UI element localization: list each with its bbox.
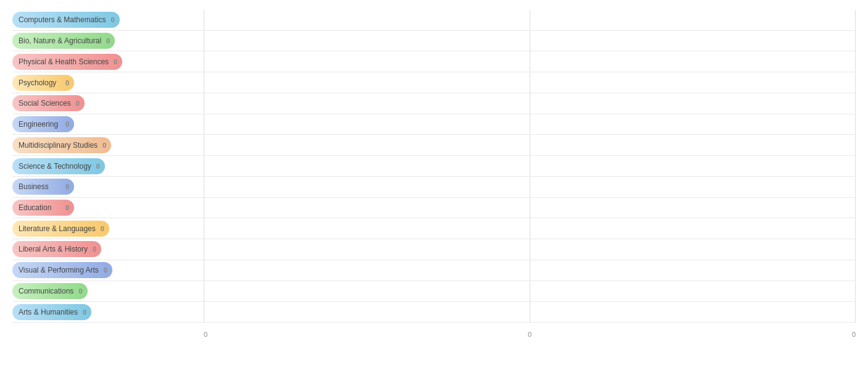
row-label-area: Physical & Health Sciences0 [12,54,204,70]
pill-label: Bio, Nature & Agricultural [19,36,101,45]
chart-row: Liberal Arts & History0 [12,239,856,260]
chart-row: Arts & Humanities0 [12,302,856,323]
bar-area [204,302,856,322]
bar-area [204,93,856,114]
x-axis-labels: 000 [204,331,856,338]
pill-label: Education [19,203,61,212]
pill-value: 0 [65,204,69,211]
bar-pill: Visual & Performing Arts0 [12,262,112,278]
pill-value: 0 [65,183,69,190]
chart-row: Psychology0 [12,72,856,93]
pill-label: Communications [19,287,73,295]
pill-value: 0 [65,79,69,87]
pill-value: 0 [76,100,80,107]
bar-pill: Education0 [12,200,74,216]
row-label-area: Science & Technology0 [12,158,204,174]
chart-row: Multidisciplinary Studies0 [12,135,856,156]
bar-pill: Communications0 [12,283,88,299]
bar-pill: Literature & Languages0 [12,221,109,237]
bar-pill: Bio, Nature & Agricultural0 [12,33,115,49]
pill-label: Computers & Mathematics [19,15,106,24]
pill-label: Science & Technology [19,162,91,171]
chart-row: Engineering0 [12,114,856,135]
pill-value: 0 [83,308,86,316]
pill-label: Visual & Performing Arts [19,266,99,274]
row-label-area: Psychology0 [12,75,204,91]
chart-row: Computers & Mathematics0 [12,10,856,31]
chart-container: Computers & Mathematics0Bio, Nature & Ag… [0,0,868,390]
x-axis: 000 [12,323,856,338]
bar-area [204,10,856,30]
bar-pill: Multidisciplinary Studies0 [12,137,111,153]
pill-value: 0 [102,142,106,149]
chart-row: Bio, Nature & Agricultural0 [12,31,856,52]
pill-value: 0 [93,245,96,253]
row-label-area: Engineering0 [12,116,204,132]
pill-value: 0 [111,16,114,23]
chart-row: Literature & Languages0 [12,218,856,239]
pill-label: Arts & Humanities [19,308,78,316]
pill-label: Engineering [19,120,61,129]
row-label-area: Business0 [12,179,204,195]
pill-label: Liberal Arts & History [19,245,88,253]
chart-row: Visual & Performing Arts0 [12,260,856,281]
pill-value: 0 [104,266,107,274]
bar-area [204,156,856,176]
row-label-area: Arts & Humanities0 [12,304,204,320]
bar-area [204,51,856,72]
pill-value: 0 [101,225,104,232]
pill-value: 0 [96,163,100,170]
x-axis-label: 0 [204,331,207,338]
chart-row: Business0 [12,177,856,198]
pill-label: Business [19,182,61,191]
bar-pill: Psychology0 [12,75,74,91]
chart-row: Education0 [12,198,856,219]
pill-value: 0 [106,37,110,45]
row-label-area: Literature & Languages0 [12,221,204,237]
x-axis-label: 0 [852,331,856,338]
bar-area [204,239,856,260]
row-label-area: Multidisciplinary Studies0 [12,137,204,153]
bar-area [204,260,856,281]
bar-area [204,135,856,155]
bar-pill: Computers & Mathematics0 [12,12,120,28]
bar-area [204,31,856,51]
bar-pill: Engineering0 [12,116,74,132]
row-label-area: Education0 [12,200,204,216]
bar-area [204,281,856,302]
pill-value: 0 [114,58,117,66]
bar-area [204,218,856,239]
pill-label: Multidisciplinary Studies [19,141,98,150]
pill-label: Literature & Languages [19,224,96,233]
chart-row: Physical & Health Sciences0 [12,51,856,72]
row-label-area: Communications0 [12,283,204,299]
row-label-area: Computers & Mathematics0 [12,12,204,28]
bar-pill: Science & Technology0 [12,158,105,174]
rows-area: Computers & Mathematics0Bio, Nature & Ag… [12,10,856,323]
chart-row: Communications0 [12,281,856,302]
bar-pill: Business0 [12,179,74,195]
pill-label: Physical & Health Sciences [19,57,109,66]
pill-value: 0 [78,287,82,295]
bar-pill: Liberal Arts & History0 [12,241,101,257]
pill-value: 0 [65,121,69,128]
bar-pill: Arts & Humanities0 [12,304,91,320]
bar-pill: Social Sciences0 [12,95,85,111]
bar-area [204,198,856,218]
row-label-area: Bio, Nature & Agricultural0 [12,33,204,49]
bar-area [204,177,856,197]
pill-label: Social Sciences [19,99,71,108]
row-label-area: Visual & Performing Arts0 [12,262,204,278]
chart-row: Social Sciences0 [12,93,856,114]
bar-pill: Physical & Health Sciences0 [12,54,122,70]
x-axis-label: 0 [528,331,532,338]
bar-area [204,114,856,135]
row-label-area: Social Sciences0 [12,95,204,111]
chart-body: Computers & Mathematics0Bio, Nature & Ag… [12,10,856,338]
row-label-area: Liberal Arts & History0 [12,241,204,257]
chart-row: Science & Technology0 [12,156,856,177]
pill-label: Psychology [19,78,61,87]
bar-area [204,72,856,93]
